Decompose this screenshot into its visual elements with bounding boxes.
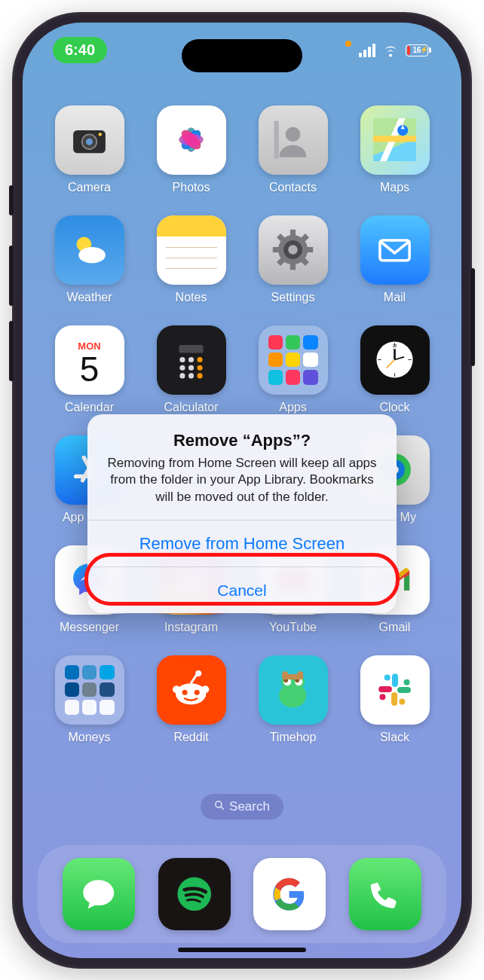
svg-line-63	[191, 674, 197, 683]
dock	[38, 845, 446, 943]
time-pill[interactable]: 6:40	[53, 37, 107, 63]
app-label: Calendar	[65, 401, 114, 414]
app-folder-moneys[interactable]: Moneys	[51, 655, 127, 744]
reddit-icon	[157, 655, 226, 725]
svg-rect-20	[273, 247, 281, 252]
svg-point-65	[279, 683, 306, 707]
contacts-icon	[259, 105, 328, 175]
settings-icon	[259, 215, 328, 285]
app-calendar[interactable]: MON 5 Calendar	[51, 325, 127, 414]
svg-point-37	[198, 365, 203, 371]
svg-point-33	[188, 365, 194, 371]
dock-app-google[interactable]	[253, 858, 326, 930]
svg-point-27	[288, 245, 297, 254]
svg-point-60	[195, 690, 200, 695]
app-settings[interactable]: Settings	[255, 215, 331, 304]
app-maps[interactable]: Maps	[357, 105, 433, 194]
app-contacts[interactable]: Contacts	[255, 105, 331, 194]
app-label: Mail	[384, 291, 406, 304]
app-label: Timehop	[270, 731, 317, 744]
charging-bolt-icon: ⚡	[420, 46, 428, 53]
svg-point-81	[399, 699, 405, 705]
dock-app-phone[interactable]	[349, 858, 421, 930]
svg-rect-19	[290, 262, 296, 270]
alert-title: Remove “Apps”?	[104, 431, 380, 450]
app-label: YouTube	[269, 621, 317, 634]
app-notes[interactable]: Notes	[153, 215, 229, 304]
app-label: Weather	[66, 291, 112, 304]
svg-rect-75	[392, 673, 398, 687]
svg-rect-78	[378, 686, 392, 692]
phone-frame: 6:40 16 ⚡	[12, 12, 472, 969]
mute-switch[interactable]	[9, 185, 14, 215]
svg-point-58	[176, 683, 206, 704]
folder-icon	[259, 325, 328, 395]
svg-point-79	[384, 674, 391, 680]
app-label: Camera	[68, 181, 111, 194]
svg-rect-18	[290, 230, 296, 238]
search-label: Search	[229, 799, 270, 814]
svg-point-82	[379, 694, 385, 700]
svg-point-34	[179, 373, 185, 378]
search-button[interactable]: Search	[201, 794, 283, 820]
screen: 6:40 16 ⚡	[23, 23, 461, 958]
app-mail[interactable]: Mail	[357, 215, 433, 304]
wifi-icon	[381, 44, 400, 57]
app-calculator[interactable]: Calculator	[153, 325, 229, 414]
calendar-day: 5	[80, 352, 100, 386]
volume-down-button[interactable]	[9, 321, 14, 381]
app-label: Calculator	[164, 401, 218, 414]
camera-icon	[55, 105, 124, 175]
app-photos[interactable]: Photos	[153, 105, 229, 194]
battery-icon: 16 ⚡	[406, 44, 431, 56]
svg-line-84	[221, 806, 224, 809]
dock-app-messages[interactable]	[63, 858, 135, 930]
search-icon	[214, 799, 225, 814]
svg-point-32	[179, 365, 185, 371]
remove-alert: Remove “Apps”? Removing from Home Screen…	[87, 414, 397, 614]
app-label: Photos	[173, 181, 210, 194]
app-label: Apps	[279, 401, 306, 414]
app-reddit[interactable]: Reddit	[153, 655, 229, 744]
volume-up-button[interactable]	[9, 246, 14, 306]
svg-rect-21	[305, 247, 314, 252]
location-dot-icon	[345, 41, 351, 47]
svg-text:12: 12	[393, 343, 397, 348]
app-weather[interactable]: Weather	[51, 215, 127, 304]
app-label: Settings	[271, 291, 315, 304]
home-indicator[interactable]	[178, 948, 306, 952]
photos-icon	[157, 105, 226, 175]
svg-rect-76	[397, 687, 411, 693]
app-label: Gmail	[379, 621, 411, 634]
svg-rect-77	[391, 692, 397, 706]
folder-icon	[55, 655, 124, 725]
dynamic-island[interactable]	[182, 39, 302, 72]
cancel-button[interactable]: Cancel	[87, 566, 397, 613]
dock-app-spotify[interactable]	[158, 858, 231, 930]
svg-point-64	[196, 670, 202, 676]
svg-rect-13	[274, 121, 279, 159]
calendar-icon: MON 5	[55, 325, 124, 395]
app-folder-apps[interactable]: Apps	[255, 325, 331, 414]
svg-point-74	[298, 671, 304, 677]
clock-icon: 12	[360, 325, 430, 395]
app-label: Messenger	[60, 621, 119, 634]
app-timehop[interactable]: Timehop	[255, 655, 331, 744]
alert-message: Removing from Home Screen will keep all …	[104, 455, 380, 507]
app-clock[interactable]: 12 Clock	[357, 325, 433, 414]
svg-point-30	[179, 357, 185, 362]
power-button[interactable]	[470, 268, 475, 366]
cellular-icon	[359, 44, 375, 57]
app-camera[interactable]: Camera	[51, 105, 127, 194]
remove-from-home-button[interactable]: Remove from Home Screen	[87, 520, 397, 566]
svg-point-35	[188, 373, 194, 378]
svg-point-16	[78, 247, 106, 263]
app-label: Moneys	[68, 731, 110, 744]
svg-point-38	[198, 373, 203, 378]
svg-point-80	[404, 679, 410, 685]
status-right: 16 ⚡	[345, 41, 431, 60]
svg-point-59	[182, 690, 188, 695]
app-slack[interactable]: Slack	[357, 655, 433, 744]
app-label: Notes	[176, 291, 207, 304]
svg-point-61	[173, 685, 180, 693]
